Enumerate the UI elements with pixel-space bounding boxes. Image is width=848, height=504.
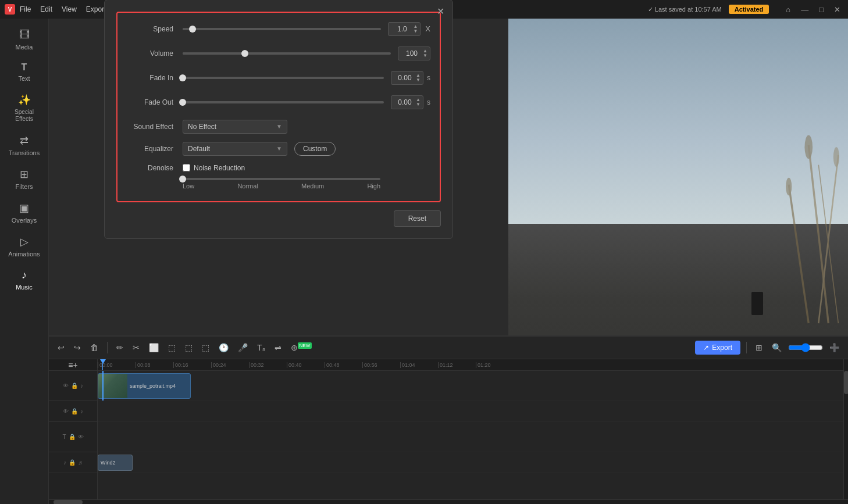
audio1-mute-icon[interactable]: ♪ xyxy=(80,408,83,414)
speed-spinners[interactable]: ▲ ▼ xyxy=(413,24,418,34)
denoise-slider-thumb[interactable] xyxy=(179,176,186,183)
reset-button[interactable]: Reset xyxy=(394,210,441,227)
audio-clip-2[interactable]: Wind2 xyxy=(98,455,133,471)
text-vis-icon[interactable]: 👁 xyxy=(78,434,84,440)
fade-out-spinners[interactable]: ▲ ▼ xyxy=(416,98,421,107)
equalizer-select[interactable]: Default ▼ xyxy=(183,142,287,156)
volume-decrement[interactable]: ▼ xyxy=(423,53,427,58)
speed-slider-thumb[interactable] xyxy=(189,26,196,33)
sidebar-item-media[interactable]: 🎞 Media xyxy=(2,24,47,55)
video-track-content: sample_potrait.mp4 xyxy=(98,371,843,401)
volume-slider-thumb[interactable] xyxy=(241,50,248,57)
noise-reduction-checkbox[interactable] xyxy=(183,164,190,171)
sound-effect-label: Sound Effect xyxy=(127,123,173,131)
titlebar-right: ✓ Last saved at 10:57 AM Activated ⌂ — □… xyxy=(648,4,843,15)
volume-spinners[interactable]: ▲ ▼ xyxy=(423,49,427,58)
paste-button[interactable]: ⬚ xyxy=(199,341,212,354)
denoise-slider-track[interactable] xyxy=(183,178,380,180)
sidebar-label-overlays: Overlays xyxy=(12,217,37,224)
text-lock-icon[interactable]: 🔒 xyxy=(69,434,76,440)
noise-reduction-group: Noise Reduction xyxy=(183,164,245,172)
sound-effect-select[interactable]: No Effect ▼ xyxy=(183,120,287,134)
fade-out-value: 0.00 xyxy=(394,98,416,106)
timeline-scrollbar[interactable] xyxy=(843,359,848,499)
denoise-label: Denoise xyxy=(127,164,173,172)
volume-input[interactable]: 100 ▲ ▼ xyxy=(398,47,430,60)
fade-in-input[interactable]: 0.00 ▲ ▼ xyxy=(391,71,423,85)
zoom-in-button[interactable]: ➕ xyxy=(826,341,842,354)
dialog-close-button[interactable]: ✕ xyxy=(437,6,444,17)
delete-button[interactable]: 🗑 xyxy=(87,341,101,354)
speed-decrement[interactable]: ▼ xyxy=(413,29,418,34)
audio2-lock-icon[interactable]: 🔒 xyxy=(69,459,76,466)
add-track-button[interactable]: ≡+ xyxy=(68,360,77,370)
activated-button[interactable]: Activated xyxy=(729,5,769,14)
close-icon[interactable]: ✕ xyxy=(831,4,843,15)
timer-button[interactable]: 🕐 xyxy=(216,341,231,354)
audio2-mute-icon[interactable]: ♬ xyxy=(78,459,83,466)
sidebar-item-music[interactable]: ♪ Music xyxy=(2,264,47,295)
fade-in-slider-track[interactable] xyxy=(183,77,384,79)
video-clip[interactable]: sample_potrait.mp4 xyxy=(98,373,191,399)
sidebar-item-text[interactable]: T Text xyxy=(2,58,47,87)
zoom-out-button[interactable]: 🔍 xyxy=(769,341,785,354)
menu-edit[interactable]: Edit xyxy=(40,5,52,13)
zoom-fit-button[interactable]: ⊞ xyxy=(753,341,765,354)
timeline-hscroll[interactable] xyxy=(49,499,848,504)
volume-row: Volume 100 ▲ ▼ xyxy=(127,47,430,60)
text-track-content xyxy=(98,422,843,452)
equalizer-value: Default xyxy=(188,145,210,153)
hscroll-thumb[interactable] xyxy=(54,500,83,504)
sidebar-item-overlays[interactable]: ▣ Overlays xyxy=(2,197,47,228)
zoom-slider[interactable] xyxy=(788,343,823,352)
cut-button[interactable]: ✂ xyxy=(130,341,142,354)
sidebar-item-transitions[interactable]: ⇄ Transitions xyxy=(2,130,47,161)
menu-view[interactable]: View xyxy=(62,5,77,13)
audio-clip-2-name: Wind2 xyxy=(101,460,116,466)
sidebar-item-animations[interactable]: ▷ Animations xyxy=(2,231,47,262)
maximize-icon[interactable]: □ xyxy=(816,4,826,15)
export-button[interactable]: ↗ Export xyxy=(695,341,740,355)
menu-export[interactable]: Export xyxy=(86,5,106,13)
text-eye-icon[interactable]: T xyxy=(62,434,66,440)
speed-input[interactable]: 1.0 ▲ ▼ xyxy=(388,22,421,36)
crop-button[interactable]: ⬜ xyxy=(146,341,162,354)
split-button[interactable]: ⬚ xyxy=(165,341,179,354)
audio2-eye-icon[interactable]: ♪ xyxy=(63,459,66,466)
menu-file[interactable]: File xyxy=(20,5,31,13)
new-feature-button[interactable]: ⊕NEW xyxy=(288,341,315,354)
speed-slider-track[interactable] xyxy=(183,28,381,30)
fade-out-decrement[interactable]: ▼ xyxy=(416,102,421,107)
redo-button[interactable]: ↪ xyxy=(71,341,84,354)
record-button[interactable]: 🎤 xyxy=(235,341,251,354)
sidebar-item-filters[interactable]: ⊞ Filters xyxy=(2,163,47,195)
speed-reset-button[interactable]: X xyxy=(425,24,430,33)
text-anim-button[interactable]: Tₐ xyxy=(254,341,268,354)
minimize-icon[interactable]: — xyxy=(798,4,811,15)
timeline-scroll-area[interactable]: 00:00 00:08 00:16 00:24 00:32 00:40 00:4… xyxy=(98,359,843,499)
svg-point-6 xyxy=(786,177,792,195)
fade-out-slider-track[interactable] xyxy=(183,101,384,103)
audio-track-2-header: ♪ 🔒 ♬ xyxy=(49,452,97,473)
sidebar-item-special-effects[interactable]: ✨ SpecialEffects xyxy=(2,89,47,127)
fade-in-spinners[interactable]: ▲ ▼ xyxy=(416,73,421,83)
fade-in-slider-thumb[interactable] xyxy=(179,74,186,81)
video-audio-icon[interactable]: ♪ xyxy=(80,383,83,389)
fade-out-slider-thumb[interactable] xyxy=(179,99,186,106)
ruler-mark-3: 00:24 xyxy=(211,362,249,368)
fade-in-decrement[interactable]: ▼ xyxy=(416,78,421,83)
equalizer-custom-button[interactable]: Custom xyxy=(294,142,336,156)
fade-out-input[interactable]: 0.00 ▲ ▼ xyxy=(391,95,423,109)
undo-button[interactable]: ↩ xyxy=(55,341,67,354)
timeline-section: ↩ ↪ 🗑 ✏ ✂ ⬜ ⬚ ⬚ ⬚ 🕐 🎤 Tₐ ⇌ ⊕NEW ↗ Export… xyxy=(49,335,848,504)
home-icon[interactable]: ⌂ xyxy=(783,4,793,15)
audio1-lock-icon[interactable]: 🔒 xyxy=(71,408,78,414)
edit-button[interactable]: ✏ xyxy=(113,341,126,354)
video-eye-icon[interactable]: 👁 xyxy=(63,383,69,389)
swap-button[interactable]: ⇌ xyxy=(272,341,284,354)
audio1-eye-icon[interactable]: 👁 xyxy=(63,408,69,414)
volume-slider-track[interactable] xyxy=(183,52,391,55)
scrollbar-thumb[interactable] xyxy=(844,371,848,394)
copy-button[interactable]: ⬚ xyxy=(182,341,195,354)
video-lock-icon[interactable]: 🔒 xyxy=(71,383,78,389)
